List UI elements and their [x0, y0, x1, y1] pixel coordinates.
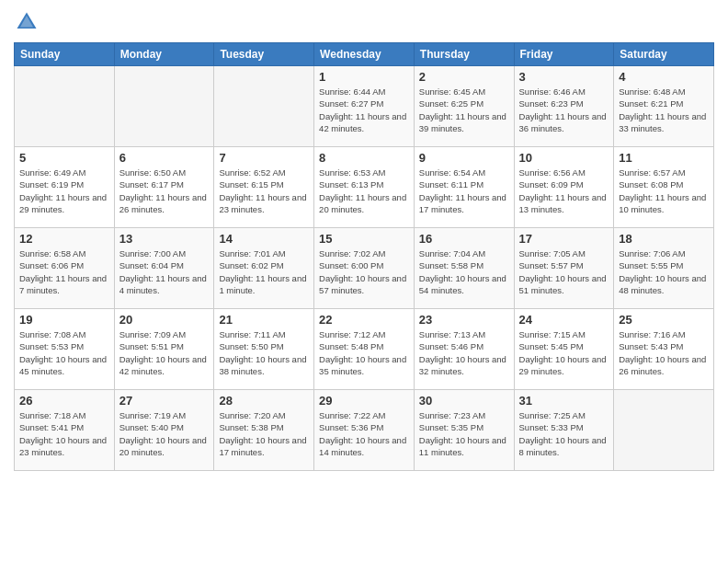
day-info: Sunrise: 7:01 AMSunset: 6:02 PMDaylight:…: [219, 247, 309, 296]
logo-icon: [14, 9, 40, 35]
day-number: 24: [519, 313, 609, 327]
day-info: Sunrise: 7:08 AMSunset: 5:53 PMDaylight:…: [19, 328, 109, 377]
table-row: 16Sunrise: 7:04 AMSunset: 5:58 PMDayligh…: [414, 228, 514, 309]
day-info: Sunrise: 7:16 AMSunset: 5:43 PMDaylight:…: [619, 328, 709, 377]
header: [14, 9, 714, 35]
day-number: 1: [319, 70, 409, 84]
table-row: 4Sunrise: 6:48 AMSunset: 6:21 PMDaylight…: [614, 66, 714, 147]
col-thursday: Thursday: [414, 43, 514, 66]
day-number: 23: [419, 313, 509, 327]
col-sunday: Sunday: [15, 43, 115, 66]
table-row: 12Sunrise: 6:58 AMSunset: 6:06 PMDayligh…: [15, 228, 115, 309]
day-info: Sunrise: 6:58 AMSunset: 6:06 PMDaylight:…: [19, 247, 109, 296]
calendar-page: Sunday Monday Tuesday Wednesday Thursday…: [0, 0, 728, 563]
day-number: 15: [319, 232, 409, 246]
day-info: Sunrise: 7:00 AMSunset: 6:04 PMDaylight:…: [119, 247, 210, 296]
table-row: 2Sunrise: 6:45 AMSunset: 6:25 PMDaylight…: [414, 66, 514, 147]
logo: [14, 9, 43, 35]
table-row: [214, 66, 314, 147]
day-number: 2: [419, 70, 509, 84]
day-info: Sunrise: 7:13 AMSunset: 5:46 PMDaylight:…: [419, 328, 509, 377]
day-number: 10: [519, 151, 609, 165]
calendar-week-row: 12Sunrise: 6:58 AMSunset: 6:06 PMDayligh…: [15, 228, 714, 309]
day-info: Sunrise: 7:04 AMSunset: 5:58 PMDaylight:…: [419, 247, 509, 296]
day-info: Sunrise: 7:02 AMSunset: 6:00 PMDaylight:…: [319, 247, 409, 296]
day-number: 28: [219, 394, 309, 408]
day-info: Sunrise: 7:09 AMSunset: 5:51 PMDaylight:…: [119, 328, 210, 377]
day-info: Sunrise: 7:22 AMSunset: 5:36 PMDaylight:…: [319, 409, 409, 458]
day-number: 14: [219, 232, 309, 246]
table-row: 25Sunrise: 7:16 AMSunset: 5:43 PMDayligh…: [614, 309, 714, 390]
table-row: 5Sunrise: 6:49 AMSunset: 6:19 PMDaylight…: [15, 147, 115, 228]
table-row: 8Sunrise: 6:53 AMSunset: 6:13 PMDaylight…: [314, 147, 415, 228]
day-info: Sunrise: 6:54 AMSunset: 6:11 PMDaylight:…: [419, 167, 509, 215]
table-row: 23Sunrise: 7:13 AMSunset: 5:46 PMDayligh…: [414, 309, 514, 390]
day-info: Sunrise: 6:53 AMSunset: 6:13 PMDaylight:…: [319, 167, 409, 215]
day-number: 30: [419, 394, 509, 408]
col-wednesday: Wednesday: [314, 43, 415, 66]
day-number: 19: [19, 313, 109, 327]
day-number: 17: [519, 232, 609, 246]
day-number: 9: [419, 151, 509, 165]
day-info: Sunrise: 7:19 AMSunset: 5:40 PMDaylight:…: [119, 409, 210, 458]
table-row: 21Sunrise: 7:11 AMSunset: 5:50 PMDayligh…: [214, 309, 314, 390]
day-info: Sunrise: 7:18 AMSunset: 5:41 PMDaylight:…: [19, 409, 109, 458]
table-row: 3Sunrise: 6:46 AMSunset: 6:23 PMDaylight…: [514, 66, 614, 147]
day-number: 13: [119, 232, 210, 246]
day-info: Sunrise: 7:11 AMSunset: 5:50 PMDaylight:…: [219, 328, 309, 377]
table-row: 31Sunrise: 7:25 AMSunset: 5:33 PMDayligh…: [514, 390, 614, 471]
day-info: Sunrise: 7:23 AMSunset: 5:35 PMDaylight:…: [419, 409, 509, 458]
day-info: Sunrise: 6:50 AMSunset: 6:17 PMDaylight:…: [119, 167, 210, 215]
day-info: Sunrise: 7:25 AMSunset: 5:33 PMDaylight:…: [519, 409, 609, 458]
table-row: 15Sunrise: 7:02 AMSunset: 6:00 PMDayligh…: [314, 228, 415, 309]
table-row: 30Sunrise: 7:23 AMSunset: 5:35 PMDayligh…: [414, 390, 514, 471]
table-row: 1Sunrise: 6:44 AMSunset: 6:27 PMDaylight…: [314, 66, 415, 147]
table-row: 20Sunrise: 7:09 AMSunset: 5:51 PMDayligh…: [114, 309, 214, 390]
table-row: 18Sunrise: 7:06 AMSunset: 5:55 PMDayligh…: [614, 228, 714, 309]
day-number: 22: [319, 313, 409, 327]
table-row: 24Sunrise: 7:15 AMSunset: 5:45 PMDayligh…: [514, 309, 614, 390]
calendar-week-row: 19Sunrise: 7:08 AMSunset: 5:53 PMDayligh…: [15, 309, 714, 390]
day-info: Sunrise: 7:15 AMSunset: 5:45 PMDaylight:…: [519, 328, 609, 377]
table-row: 13Sunrise: 7:00 AMSunset: 6:04 PMDayligh…: [114, 228, 214, 309]
day-number: 25: [619, 313, 709, 327]
day-number: 21: [219, 313, 309, 327]
day-number: 20: [119, 313, 210, 327]
table-row: [614, 390, 714, 471]
table-row: [15, 66, 115, 147]
table-row: 7Sunrise: 6:52 AMSunset: 6:15 PMDaylight…: [214, 147, 314, 228]
day-number: 11: [619, 151, 709, 165]
day-info: Sunrise: 7:20 AMSunset: 5:38 PMDaylight:…: [219, 409, 309, 458]
table-row: 11Sunrise: 6:57 AMSunset: 6:08 PMDayligh…: [614, 147, 714, 228]
calendar-week-row: 5Sunrise: 6:49 AMSunset: 6:19 PMDaylight…: [15, 147, 714, 228]
table-row: 10Sunrise: 6:56 AMSunset: 6:09 PMDayligh…: [514, 147, 614, 228]
day-info: Sunrise: 6:56 AMSunset: 6:09 PMDaylight:…: [519, 167, 609, 215]
day-info: Sunrise: 6:45 AMSunset: 6:25 PMDaylight:…: [419, 86, 509, 134]
table-row: 17Sunrise: 7:05 AMSunset: 5:57 PMDayligh…: [514, 228, 614, 309]
day-info: Sunrise: 6:52 AMSunset: 6:15 PMDaylight:…: [219, 167, 309, 215]
day-info: Sunrise: 7:12 AMSunset: 5:48 PMDaylight:…: [319, 328, 409, 377]
day-number: 3: [519, 70, 609, 84]
col-tuesday: Tuesday: [214, 43, 314, 66]
col-monday: Monday: [114, 43, 214, 66]
day-number: 31: [519, 394, 609, 408]
day-number: 7: [219, 151, 309, 165]
calendar-week-row: 26Sunrise: 7:18 AMSunset: 5:41 PMDayligh…: [15, 390, 714, 471]
table-row: 28Sunrise: 7:20 AMSunset: 5:38 PMDayligh…: [214, 390, 314, 471]
table-row: 29Sunrise: 7:22 AMSunset: 5:36 PMDayligh…: [314, 390, 415, 471]
calendar-week-row: 1Sunrise: 6:44 AMSunset: 6:27 PMDaylight…: [15, 66, 714, 147]
day-info: Sunrise: 6:48 AMSunset: 6:21 PMDaylight:…: [619, 86, 709, 134]
table-row: [114, 66, 214, 147]
day-number: 6: [119, 151, 210, 165]
table-row: 14Sunrise: 7:01 AMSunset: 6:02 PMDayligh…: [214, 228, 314, 309]
header-row: Sunday Monday Tuesday Wednesday Thursday…: [15, 43, 714, 66]
day-number: 18: [619, 232, 709, 246]
table-row: 27Sunrise: 7:19 AMSunset: 5:40 PMDayligh…: [114, 390, 214, 471]
table-row: 19Sunrise: 7:08 AMSunset: 5:53 PMDayligh…: [15, 309, 115, 390]
col-friday: Friday: [514, 43, 614, 66]
day-number: 27: [119, 394, 210, 408]
day-info: Sunrise: 6:57 AMSunset: 6:08 PMDaylight:…: [619, 167, 709, 215]
day-number: 5: [19, 151, 109, 165]
day-number: 16: [419, 232, 509, 246]
day-number: 12: [19, 232, 109, 246]
